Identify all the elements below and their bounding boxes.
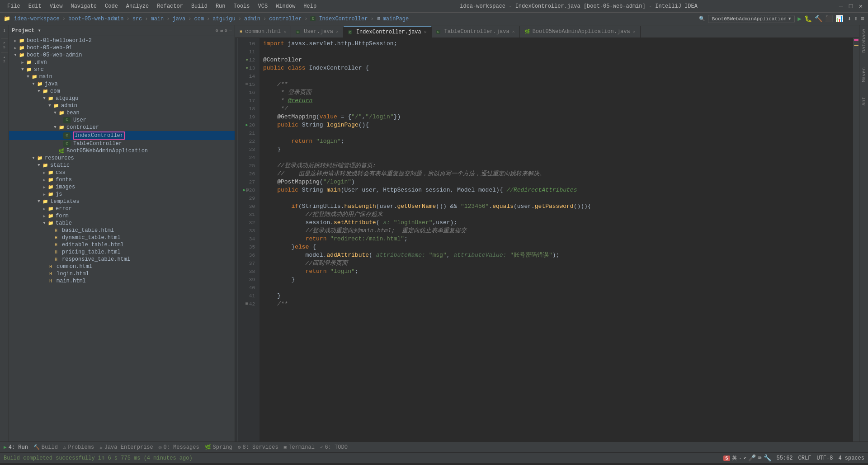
tree-item-boot01[interactable]: ▶ 📁 boot-01-helloworld-2 (9, 37, 235, 44)
more-actions-button[interactable]: ≡ (861, 15, 864, 23)
breadcrumb-class[interactable]: IndexController (319, 16, 368, 22)
tree-item-index-controller[interactable]: C IndexController (9, 131, 235, 140)
git-update-button[interactable]: ⬇ (848, 15, 851, 23)
menu-build[interactable]: Build (188, 2, 211, 10)
run-tool-button[interactable]: ▶ 4: Run (4, 444, 28, 451)
menu-window[interactable]: Window (272, 2, 299, 10)
tree-item-com[interactable]: ▼ 📁 com (9, 88, 235, 95)
ant-tab[interactable]: Ant (860, 95, 868, 108)
minimize-button[interactable]: ─ (837, 3, 844, 10)
menu-vcs[interactable]: VCS (255, 2, 272, 10)
tree-item-basic-table[interactable]: H basic_table.html (9, 227, 235, 234)
services-tool-button[interactable]: ⚙ 8: Services (238, 444, 278, 451)
tree-item-form[interactable]: ▶ 📁 form (9, 212, 235, 220)
tree-item-images[interactable]: ▶ 📁 images (9, 183, 235, 191)
breadcrumb-src[interactable]: src (132, 16, 142, 22)
code-content[interactable]: import javax.servlet.http.HttpSession; @… (259, 38, 853, 442)
close-tab-icon[interactable]: ✕ (424, 29, 427, 35)
tab-user-java[interactable]: C User.java ✕ (291, 26, 344, 38)
terminal-tool-button[interactable]: ▣ Terminal (284, 444, 315, 451)
tree-item-bean[interactable]: ▼ 📁 bean (9, 109, 235, 117)
tree-item-editable-table[interactable]: H editable_table.html (9, 241, 235, 249)
todo-tool-button[interactable]: ✓ 6: TODO (320, 444, 348, 451)
close-tab-icon[interactable]: ✕ (512, 29, 515, 34)
tree-item-controller[interactable]: ▼ 📁 controller (9, 124, 235, 131)
tree-item-main-html[interactable]: H main.html (9, 277, 235, 285)
tab-common-html[interactable]: H common.html ✕ (235, 26, 291, 38)
breadcrumb-controller[interactable]: controller (269, 16, 302, 22)
tab-boot-application[interactable]: 🌿 Boot05WebAdminApplication.java ✕ (520, 26, 641, 38)
breadcrumb-main[interactable]: main (151, 16, 164, 22)
tree-item-common-html[interactable]: H common.html (9, 263, 235, 270)
tree-item-dynamic-table[interactable]: H dynamic_table.html (9, 234, 235, 241)
close-button[interactable]: ✕ (857, 3, 864, 10)
tree-item-css[interactable]: ▶ 📁 css (9, 169, 235, 176)
tree-item-table[interactable]: ▼ 📁 table (9, 220, 235, 227)
tree-item-login-html[interactable]: H login.html (9, 270, 235, 277)
search-icon[interactable]: 🔍 (699, 16, 705, 22)
menu-help[interactable]: Help (300, 2, 320, 10)
tree-item-atguigu[interactable]: ▼ 📁 atguigu (9, 95, 235, 102)
tree-item-table-controller[interactable]: C TableController (9, 140, 235, 147)
tree-item-mvn[interactable]: ▶ 📁 .mvn (9, 59, 235, 66)
breadcrumb-workspace[interactable]: idea-workspace (14, 16, 60, 22)
tree-item-responsive-table[interactable]: H responsive_table.html (9, 256, 235, 263)
menu-refactor[interactable]: Refactor (153, 2, 187, 10)
stop-button[interactable]: ⬛ (825, 15, 833, 23)
messages-tool-button[interactable]: ◎ 0: Messages (159, 444, 199, 451)
panel-settings-icon[interactable]: ⚙ (216, 28, 218, 33)
close-tab-icon[interactable]: ✕ (283, 29, 286, 34)
panel-expand-icon[interactable]: ⇄ (220, 28, 223, 33)
menu-run[interactable]: Run (212, 2, 229, 10)
breadcrumb-module[interactable]: boot-05-web-admin (68, 16, 123, 22)
tree-item-error[interactable]: ▶ 📁 error (9, 205, 235, 212)
menu-tools[interactable]: Tools (230, 2, 254, 10)
database-tab[interactable]: Database (860, 27, 868, 55)
spring-tool-button[interactable]: 🌿 Spring (205, 444, 232, 451)
run-config-selector[interactable]: Boot05WebAdminApplication ▼ (708, 15, 795, 23)
menu-analyze[interactable]: Analyze (123, 2, 152, 10)
tree-item-boot05webadmin[interactable]: ▼ 📁 boot-05-web-admin (9, 52, 235, 59)
tree-item-templates[interactable]: ▼ 📁 templates (9, 198, 235, 205)
close-tab-icon[interactable]: ✕ (336, 29, 339, 34)
menu-view[interactable]: View (46, 2, 66, 10)
breadcrumb-admin[interactable]: admin (244, 16, 260, 22)
tree-item-src[interactable]: ▼ 📁 src (9, 66, 235, 73)
tree-item-fonts[interactable]: ▶ 📁 fonts (9, 176, 235, 183)
tree-item-java[interactable]: ▼ 📁 java (9, 80, 235, 88)
panel-minimize-icon[interactable]: ─ (229, 28, 232, 33)
maximize-button[interactable]: □ (847, 3, 854, 10)
panel-gear-icon[interactable]: ⚙ (225, 28, 227, 33)
line-ending[interactable]: CRLF (798, 455, 811, 461)
build-button[interactable]: 🔨 (815, 15, 822, 23)
code-editor[interactable]: 10 11 ●12 ●13 14 ≡15 16 17 18 19 ▶20 (235, 38, 859, 442)
structure-tool-tab[interactable]: ZS (0, 41, 9, 49)
maven-tab[interactable]: Maven (860, 66, 868, 84)
menu-file[interactable]: File (4, 2, 24, 10)
tree-item-application[interactable]: 🌿 Boot05WebAdminApplication (9, 147, 235, 155)
indent-setting[interactable]: 4 spaces (838, 455, 864, 461)
favorites-tool-tab[interactable]: ★2 (0, 55, 9, 63)
run-button[interactable]: ▶ (797, 15, 801, 23)
coverage-button[interactable]: 📊 (835, 15, 843, 23)
tree-item-admin[interactable]: ▼ 📁 admin (9, 102, 235, 109)
cursor-position[interactable]: 55:62 (777, 455, 793, 461)
build-tool-button[interactable]: 🔨 Build (33, 444, 58, 451)
breadcrumb-atguigu[interactable]: atguigu (212, 16, 235, 22)
tree-item-static[interactable]: ▼ 📁 static (9, 162, 235, 169)
breadcrumb-java[interactable]: java (172, 16, 185, 22)
menu-code[interactable]: Code (101, 2, 122, 10)
menu-navigate[interactable]: Navigate (67, 2, 100, 10)
git-push-button[interactable]: ⬆ (854, 15, 858, 23)
debug-button[interactable]: 🐛 (804, 15, 812, 23)
problems-tool-button[interactable]: ⚠ Problems (63, 444, 94, 451)
tree-item-resources[interactable]: ▼ 📁 resources (9, 155, 235, 162)
breadcrumb-method[interactable]: mainPage (383, 16, 409, 22)
tree-item-boot05web01[interactable]: ▶ 📁 boot-05-web-01 (9, 44, 235, 52)
tree-item-pricing-table[interactable]: H pricing_table.html (9, 249, 235, 256)
project-tool-tab[interactable]: 1 (0, 27, 9, 35)
breadcrumb-com[interactable]: com (194, 16, 204, 22)
java-enterprise-tool-button[interactable]: ☕ Java Enterprise (99, 444, 153, 451)
encoding[interactable]: UTF-8 (816, 455, 833, 461)
tree-item-main[interactable]: ▼ 📁 main (9, 73, 235, 80)
